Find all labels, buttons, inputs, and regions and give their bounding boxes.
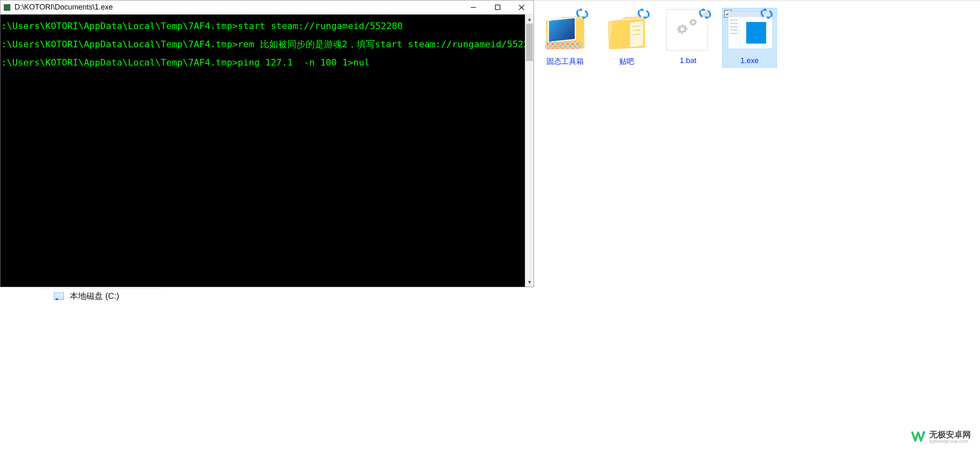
cmd-line: :\Users\KOTORI\AppData\Local\Temp\7AF4.t… xyxy=(1,17,524,35)
drive-icon xyxy=(54,293,64,300)
exe-file-icon xyxy=(728,9,771,52)
maximize-button[interactable] xyxy=(485,0,510,15)
minimize-button[interactable] xyxy=(461,0,485,15)
watermark-title: 无极安卓网 xyxy=(929,430,971,439)
scroll-thumb[interactable] xyxy=(526,24,533,61)
cmd-scrollbar[interactable]: ▲ ▼ xyxy=(525,15,534,287)
explorer-items-grid: ✓ 固态工具箱 ✓ xyxy=(535,1,980,67)
scroll-up-button[interactable]: ▲ xyxy=(525,15,534,24)
item-label: 1.exe xyxy=(740,56,759,65)
item-label: 贴吧 xyxy=(619,56,634,66)
svg-rect-1 xyxy=(495,5,500,10)
watermark: 无极安卓网 wjhotelgroup.com xyxy=(911,430,971,444)
cmd-title: D:\KOTORI\Documents\1.exe xyxy=(15,3,113,12)
folder-item-gutai[interactable]: ✓ 固态工具箱 xyxy=(538,8,592,67)
explorer-content-panel: 搜索"文档" ✓ 固态工具箱 ✓ xyxy=(535,0,980,299)
folder-item-tieba[interactable]: ✓ 贴吧 xyxy=(600,8,654,67)
folder-thumb-icon xyxy=(544,9,587,52)
close-button[interactable] xyxy=(510,0,534,15)
file-item-1-exe[interactable]: ✓ 1.exe xyxy=(723,8,777,67)
bat-file-icon xyxy=(666,9,710,52)
sync-arrows-icon xyxy=(575,7,589,22)
watermark-logo-icon xyxy=(911,430,925,444)
cmd-output[interactable]: :\Users\KOTORI\AppData\Local\Temp\7AF4.t… xyxy=(0,15,525,287)
tree-item-local-disk[interactable]: 本地磁盘 (C:) xyxy=(38,288,163,304)
cmd-titlebar[interactable]: D:\KOTORI\Documents\1.exe xyxy=(0,0,534,15)
drive-label: 本地磁盘 (C:) xyxy=(70,290,119,302)
folder-icon xyxy=(605,9,648,52)
cmd-line: :\Users\KOTORI\AppData\Local\Temp\7AF4.t… xyxy=(1,35,524,54)
sync-arrows-icon xyxy=(760,7,774,22)
svg-point-10 xyxy=(692,21,694,24)
svg-point-11 xyxy=(923,431,925,434)
cmd-app-icon xyxy=(4,4,10,11)
cmd-window: D:\KOTORI\Documents\1.exe :\Users\KOTORI… xyxy=(0,0,534,287)
sync-arrows-icon xyxy=(698,7,712,22)
sync-arrows-icon xyxy=(637,7,651,22)
svg-point-9 xyxy=(680,27,684,31)
cmd-line: :\Users\KOTORI\AppData\Local\Temp\7AF4.t… xyxy=(1,54,524,72)
item-label: 1.bat xyxy=(680,56,696,65)
scroll-down-button[interactable]: ▼ xyxy=(525,278,534,287)
item-label: 固态工具箱 xyxy=(546,56,584,66)
file-item-1-bat[interactable]: ✓ 1.bat xyxy=(661,8,715,67)
watermark-subtitle: wjhotelgroup.com xyxy=(929,439,971,444)
